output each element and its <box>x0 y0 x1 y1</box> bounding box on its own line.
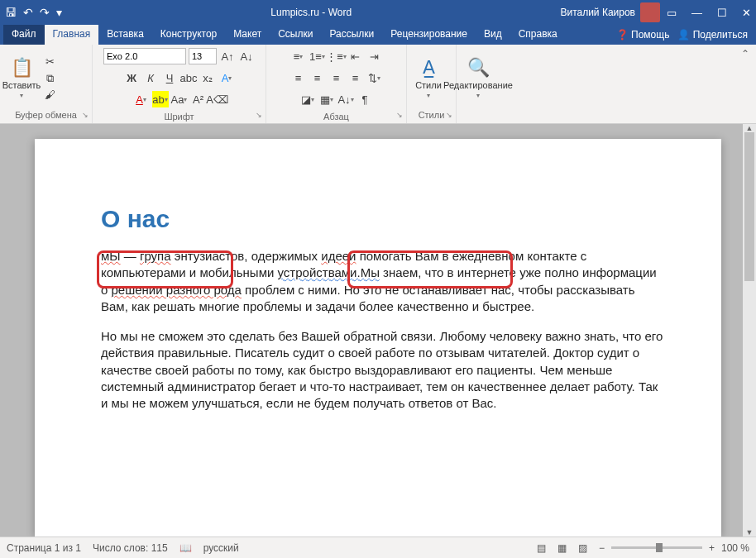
dialog-launcher-icon[interactable]: ↘ <box>396 108 403 122</box>
tab-design[interactable]: Конструктор <box>152 25 225 45</box>
page[interactable]: О нас мЫ — група энтузиастов, одержимых … <box>35 139 721 537</box>
status-page[interactable]: Страница 1 из 1 <box>7 542 81 554</box>
zoom-out-icon[interactable]: − <box>599 542 605 554</box>
heading-1[interactable]: О нас <box>101 205 663 233</box>
ribbon: 📋 Вставить ✂ ⧉ 🖌 Буфер обмена↘ A↑ A↓ Ж К… <box>0 45 756 124</box>
bullets-icon[interactable]: ≡ <box>290 48 307 64</box>
group-font-label: Шрифт <box>164 112 194 122</box>
ribbon-display-icon[interactable]: ▭ <box>667 7 677 19</box>
subscript-icon[interactable]: x₂ <box>199 69 216 86</box>
view-buttons: ▤ ▦ ▨ <box>532 541 592 555</box>
copy-icon[interactable]: ⧉ <box>41 70 58 87</box>
close-icon[interactable]: ✕ <box>742 7 751 19</box>
text-effects-icon[interactable]: A <box>218 69 235 86</box>
borders-icon[interactable]: ▦ <box>318 91 335 107</box>
highlight-icon[interactable]: ab <box>152 91 169 107</box>
sort-icon[interactable]: A↓ <box>337 91 354 107</box>
qat-more-icon[interactable]: ▾ <box>56 6 62 19</box>
align-left-icon[interactable]: ≡ <box>290 69 307 86</box>
print-layout-icon[interactable]: ▦ <box>553 541 572 555</box>
dialog-launcher-icon[interactable]: ↘ <box>82 108 89 122</box>
strikethrough-icon[interactable]: abc <box>180 69 197 86</box>
zoom-level[interactable]: 100 % <box>721 542 749 554</box>
align-center-icon[interactable]: ≡ <box>309 69 326 86</box>
window-title: Lumpics.ru - Word <box>62 7 560 18</box>
dialog-launcher-icon[interactable]: ↘ <box>446 108 452 122</box>
editing-button[interactable]: 🔍 Редактирование <box>462 61 495 96</box>
status-words[interactable]: Число слов: 115 <box>93 542 168 554</box>
status-bar: Страница 1 из 1 Число слов: 115 📖 русски… <box>0 537 756 558</box>
autosave-icon[interactable]: 🖫 <box>5 6 17 19</box>
group-styles-label: Стили <box>419 110 445 120</box>
user-area[interactable]: Виталий Каиров <box>560 2 660 22</box>
tell-me[interactable]: ❓ Помощь <box>616 29 670 41</box>
outdent-icon[interactable]: ⇤ <box>347 48 364 64</box>
dialog-launcher-icon[interactable]: ↘ <box>256 108 262 122</box>
underline-icon[interactable]: Ч <box>161 69 178 86</box>
user-name: Виталий Каиров <box>560 7 635 18</box>
font-color-icon[interactable]: A <box>133 91 150 107</box>
bold-icon[interactable]: Ж <box>123 69 140 86</box>
zoom-in-icon[interactable]: + <box>709 542 715 554</box>
shading-icon[interactable]: ◪ <box>299 91 316 107</box>
font-family-combo[interactable] <box>103 48 186 64</box>
format-painter-icon[interactable]: 🖌 <box>41 87 58 103</box>
avatar <box>640 2 660 22</box>
align-right-icon[interactable]: ≡ <box>328 69 345 86</box>
change-case-icon[interactable]: Aa <box>171 91 188 107</box>
group-clipboard: 📋 Вставить ✂ ⧉ 🖌 Буфер обмена↘ <box>0 45 93 123</box>
tab-file[interactable]: Файл <box>3 25 45 45</box>
grow-font-icon[interactable]: A↑ <box>219 48 236 64</box>
share-button[interactable]: 👤 Поделиться <box>677 29 748 41</box>
tab-layout[interactable]: Макет <box>225 25 270 45</box>
justify-icon[interactable]: ≡ <box>347 69 364 86</box>
paragraph-2[interactable]: Но мы не сможем это сделать без Вашей об… <box>101 328 663 412</box>
window-controls: ▭ — ☐ ✕ <box>667 7 751 19</box>
proofing-icon[interactable]: 📖 <box>179 542 192 554</box>
clipboard-icon: 📋 <box>11 57 33 79</box>
group-paragraph-label: Абзац <box>323 112 349 122</box>
tab-review[interactable]: Рецензирование <box>382 25 476 45</box>
styles-button[interactable]: A̲ Стили <box>412 61 445 96</box>
tab-insert[interactable]: Вставка <box>98 25 152 45</box>
tab-help[interactable]: Справка <box>510 25 566 45</box>
group-paragraph: ≡ 1≡ ⋮≡ ⇤ ⇥ ≡ ≡ ≡ ≡ ⇅ ◪ ▦ A↓ ¶ Абзац↘ <box>266 45 407 123</box>
undo-icon[interactable]: ↶ <box>23 6 33 19</box>
indent-icon[interactable]: ⇥ <box>366 48 383 64</box>
scroll-up-icon[interactable]: ▲ <box>743 124 756 132</box>
vertical-scrollbar[interactable]: ▲ ▼ <box>743 124 756 537</box>
tab-mailings[interactable]: Рассылки <box>321 25 382 45</box>
maximize-icon[interactable]: ☐ <box>717 7 727 19</box>
minimize-icon[interactable]: — <box>691 7 702 19</box>
multilevel-icon[interactable]: ⋮≡ <box>328 48 345 64</box>
scroll-down-icon[interactable]: ▼ <box>743 528 756 537</box>
scroll-thumb[interactable] <box>744 132 754 281</box>
collapse-ribbon-icon[interactable]: ⌃ <box>734 45 756 123</box>
read-mode-icon[interactable]: ▤ <box>532 541 550 555</box>
group-font: A↑ A↓ Ж К Ч abc x₂ A A ab Aa A² A⌫ Шрифт… <box>93 45 266 123</box>
numbering-icon[interactable]: 1≡ <box>309 48 326 64</box>
tab-references[interactable]: Ссылки <box>270 25 321 45</box>
font-size-combo[interactable] <box>189 48 217 64</box>
clear-format-icon[interactable]: A⌫ <box>209 91 226 107</box>
paragraph-1[interactable]: мЫ — група энтузиастов, одержимых идеей … <box>101 248 663 315</box>
shrink-font-icon[interactable]: A↓ <box>238 48 255 64</box>
tab-home[interactable]: Главная <box>45 25 99 45</box>
cut-icon[interactable]: ✂ <box>41 54 58 70</box>
tab-view[interactable]: Вид <box>476 25 510 45</box>
styles-icon: A̲ <box>423 57 435 79</box>
paste-button[interactable]: 📋 Вставить <box>5 61 38 96</box>
web-layout-icon[interactable]: ▨ <box>574 541 592 555</box>
superscript-icon[interactable]: A² <box>190 91 207 107</box>
italic-icon[interactable]: К <box>142 69 159 86</box>
show-marks-icon[interactable]: ¶ <box>356 91 373 107</box>
redo-icon[interactable]: ↷ <box>40 6 50 19</box>
search-icon: 🔍 <box>467 57 490 79</box>
status-language[interactable]: русский <box>203 542 239 554</box>
group-editing: 🔍 Редактирование <box>457 45 556 123</box>
line-spacing-icon[interactable]: ⇅ <box>366 69 383 86</box>
zoom-knob[interactable] <box>656 543 663 552</box>
quick-access-toolbar: 🖫 ↶ ↷ ▾ <box>5 6 62 19</box>
group-clipboard-label: Буфер обмена <box>15 110 77 120</box>
zoom-slider[interactable] <box>611 546 702 549</box>
